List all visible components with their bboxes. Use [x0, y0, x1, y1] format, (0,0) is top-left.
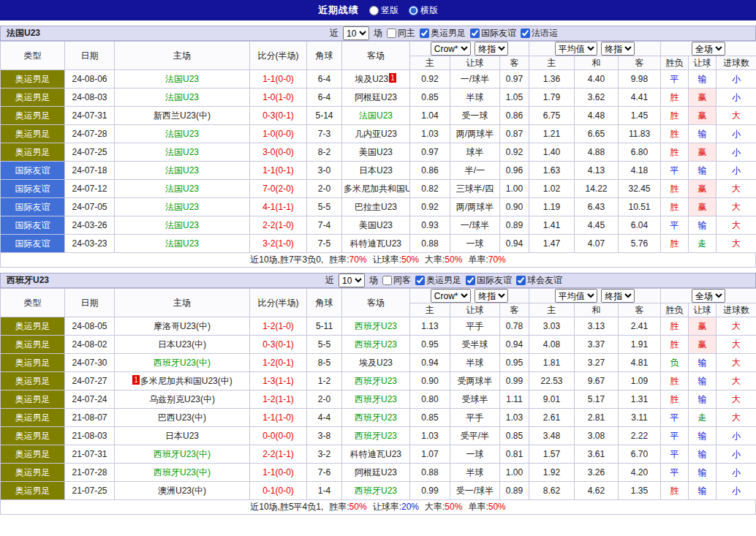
score-cell: 0-0(0-0) [250, 427, 307, 445]
home-team-link[interactable]: 巴西U23(中) [158, 412, 206, 423]
league-filter-option[interactable]: 国际友谊 [466, 274, 512, 287]
odds-source-select[interactable]: Crow* [431, 42, 471, 56]
away-team-link[interactable]: 西班牙U23 [355, 339, 397, 350]
league-checkbox[interactable] [415, 276, 425, 285]
handicap-result-cell: 赢 [689, 336, 717, 354]
home-team-link[interactable]: 日本U23 [165, 431, 199, 441]
handicap-result-cell: 输 [689, 372, 717, 390]
same-venue-option[interactable]: 同客 [382, 274, 411, 287]
home-team-link[interactable]: 摩洛哥U23(中) [154, 321, 211, 331]
away-team-link[interactable]: 埃及U23 [359, 358, 393, 368]
away-team-link[interactable]: 西班牙U23 [355, 376, 397, 386]
match-row: 奥运男足21-07-25澳洲U23(中)0-1(0-0)1-4西班牙U230.9… [1, 482, 756, 500]
home-team-link[interactable]: 法国U23 [165, 129, 199, 139]
home-team-link[interactable]: 法国U23 [165, 74, 199, 84]
away-team-link[interactable]: 西班牙U23 [355, 431, 397, 441]
same-venue-checkbox[interactable] [382, 276, 392, 285]
away-team-link[interactable]: 巴拉圭U23 [355, 202, 397, 212]
subcol-result: 胜负 [661, 303, 689, 317]
avg-draw-odds: 6.65 [575, 125, 619, 143]
match-count-select[interactable]: 10 [339, 273, 365, 287]
league-checkbox[interactable] [466, 276, 475, 285]
league-filter-option[interactable]: 奥运男足 [420, 27, 466, 39]
league-filter-option[interactable]: 奥运男足 [415, 274, 461, 287]
vertical-radio[interactable] [369, 6, 379, 15]
handicap-away-odds: 0.87 [500, 125, 529, 143]
away-team-link[interactable]: 多米尼加共和国U23 [344, 184, 410, 194]
home-team-link[interactable]: 多米尼加共和国U23(中) [140, 376, 233, 386]
home-team-link[interactable]: 澳洲U23(中) [158, 486, 206, 496]
handicap-line: 半球 [450, 464, 500, 482]
away-team-link[interactable]: 西班牙U23 [355, 321, 397, 331]
odds-stage-select[interactable]: 终指 [475, 42, 508, 56]
handicap-result-cell: 赢 [689, 107, 717, 125]
away-team-link[interactable]: 科特迪瓦U23 [350, 238, 401, 249]
league-checkbox[interactable] [470, 29, 480, 38]
match-type-cell: 奥运男足 [1, 409, 65, 427]
layout-horizontal-option[interactable]: 横版 [409, 4, 438, 17]
home-team-link[interactable]: 日本U23(中) [158, 339, 206, 350]
avg-stage-select[interactable]: 终指 [601, 289, 635, 303]
league-filter-option[interactable]: 法语运 [521, 27, 558, 39]
match-row: 奥运男足21-08-03日本U230-0(0-0)3-8西班牙U231.03受平… [1, 427, 756, 445]
home-team-cell: 摩洛哥U23(中) [115, 317, 250, 336]
away-team-cell: 埃及U23 [342, 354, 410, 372]
home-team-link[interactable]: 西班牙U23(中) [154, 449, 211, 459]
handicap-away-odds: 0.99 [500, 372, 529, 390]
home-team-link[interactable]: 西班牙U23(中) [154, 467, 211, 478]
league-filter-option[interactable]: 球会友谊 [516, 274, 562, 287]
same-venue-option[interactable]: 同主 [387, 27, 415, 39]
home-team-link[interactable]: 新西兰U23(中) [154, 110, 211, 121]
home-team-link[interactable]: 法国U23 [165, 220, 199, 230]
home-team-link[interactable]: 法国U23 [165, 165, 199, 175]
league-filter-option[interactable]: 国际友谊 [470, 27, 516, 39]
avg-source-select[interactable]: 平均值 [555, 42, 597, 56]
score-cell: 1-2(1-1) [250, 390, 307, 409]
match-row: 奥运男足24-07-28法国U231-0(0-0)7-3几内亚U231.03两/… [1, 125, 756, 143]
layout-vertical-option[interactable]: 竖版 [369, 4, 398, 17]
home-team-link[interactable]: 法国U23 [165, 202, 199, 212]
away-team-link[interactable]: 西班牙U23 [355, 394, 397, 404]
away-team-link[interactable]: 法国U23 [359, 110, 393, 121]
away-team-link[interactable]: 西班牙U23 [355, 412, 397, 423]
goals-result-cell: 小 [717, 143, 756, 162]
match-count-select[interactable]: 10 [343, 26, 369, 40]
handicap-line: 半/一 [450, 162, 500, 180]
away-team-link[interactable]: 美国U23 [359, 220, 393, 230]
goals-result-cell: 小 [717, 162, 756, 180]
league-checkbox[interactable] [420, 29, 429, 38]
home-team-link[interactable]: 法国U23 [165, 238, 199, 249]
away-team-link[interactable]: 西班牙U23 [355, 486, 397, 496]
home-team-link[interactable]: 西班牙U23(中) [154, 358, 211, 368]
away-team-link[interactable]: 日本U23 [359, 165, 393, 175]
avg-source-select[interactable]: 平均值 [555, 289, 597, 303]
odds-stage-select[interactable]: 终指 [475, 289, 508, 303]
league-checkbox[interactable] [521, 29, 530, 38]
subcol-handicap-result: 让球 [689, 56, 717, 70]
same-venue-checkbox[interactable] [387, 29, 396, 38]
home-team-link[interactable]: 法国U23 [165, 184, 199, 194]
handicap-result-cell: 赢 [689, 143, 717, 162]
odds-source-select[interactable]: Crow* [431, 289, 471, 303]
home-team-link[interactable]: 乌兹别克U23(中) [149, 394, 215, 404]
match-type-cell: 奥运男足 [1, 354, 65, 372]
scope-select[interactable]: 全场 [692, 42, 725, 56]
scope-select[interactable]: 全场 [692, 289, 725, 303]
away-team-link[interactable]: 几内亚U23 [355, 129, 397, 139]
away-team-link[interactable]: 埃及U23 [355, 74, 388, 84]
avg-stage-select[interactable]: 终指 [601, 42, 635, 56]
red-card-badge: 1 [132, 375, 140, 385]
away-team-link[interactable]: 科特迪瓦U23 [350, 449, 401, 459]
away-team-link[interactable]: 阿根廷U23 [355, 467, 397, 478]
away-team-link[interactable]: 阿根廷U23 [355, 92, 397, 102]
horizontal-radio[interactable] [409, 6, 418, 15]
away-team-link[interactable]: 美国U23 [359, 147, 393, 157]
match-type-cell: 国际友谊 [1, 180, 65, 198]
avg-home-odds: 1.19 [529, 198, 575, 216]
home-team-link[interactable]: 法国U23 [165, 92, 199, 102]
league-checkbox[interactable] [516, 276, 526, 285]
home-team-link[interactable]: 法国U23 [165, 147, 199, 157]
away-team-cell: 西班牙U23 [342, 317, 410, 336]
page-title: 近期战绩 [318, 4, 359, 17]
average-dropdown-cell: 平均值 终指 [529, 42, 661, 56]
